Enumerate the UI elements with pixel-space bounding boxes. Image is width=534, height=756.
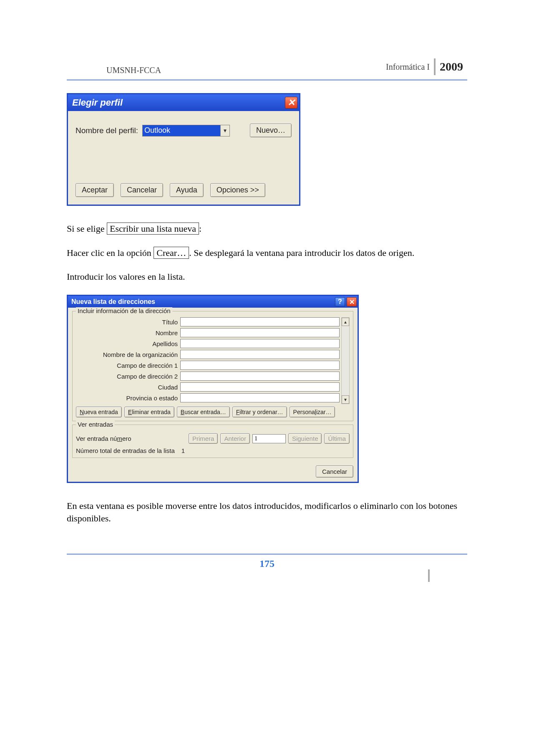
scroll-up-icon[interactable]: ▲ — [342, 318, 349, 326]
view-entries-group: Ver entradas Ver entrada número Primera … — [72, 425, 353, 458]
last-entry-button[interactable]: Última — [324, 433, 350, 444]
field-input-0[interactable] — [180, 317, 340, 326]
customize-button[interactable]: Personalizar… — [290, 407, 335, 417]
form-row: Campo de dirección 1 — [76, 361, 340, 370]
field-label: Provincia o estado — [76, 394, 180, 402]
boxed-escribir-lista: Escribir una lista nueva — [107, 223, 199, 235]
doc-header: UMSNH-FCCA Informática I 2009 — [67, 58, 467, 78]
help-button[interactable]: Ayuda — [170, 183, 204, 197]
address-info-group: Incluir información de la dirección Títu… — [72, 311, 353, 421]
cancel-button[interactable]: Cancelar — [316, 465, 353, 478]
field-input-2[interactable] — [180, 339, 340, 348]
delete-entry-button[interactable]: Eliminar entrada — [124, 407, 174, 417]
field-label: Ciudad — [76, 384, 180, 391]
total-entries-value: 1 — [181, 447, 185, 454]
field-input-4[interactable] — [180, 361, 340, 370]
form-row: Ciudad — [76, 382, 340, 392]
form-row: Título — [76, 317, 340, 326]
field-label: Título — [76, 319, 180, 326]
field-label: Campo de dirección 1 — [76, 362, 180, 369]
titlebar: Elegir perfil ✕ — [68, 94, 299, 111]
first-entry-button[interactable]: Primera — [189, 433, 218, 444]
search-entry-button[interactable]: Buscar entrada… — [177, 407, 230, 417]
header-rule — [67, 79, 467, 81]
new-profile-button[interactable]: Nuevo… — [250, 124, 292, 137]
boxed-crear: Crear… — [154, 247, 189, 259]
entry-number-input[interactable] — [252, 434, 286, 443]
next-entry-button[interactable]: Siguiente — [288, 433, 322, 444]
dialog-title: Elegir perfil — [72, 97, 123, 108]
header-year: 2009 — [434, 58, 467, 75]
field-input-7[interactable] — [180, 393, 340, 402]
form-row: Nombre — [76, 328, 340, 337]
close-icon[interactable]: ✕ — [347, 297, 357, 306]
profile-combo-value: Outlook — [143, 125, 220, 136]
header-right: Informática I 2009 — [386, 58, 467, 75]
field-input-1[interactable] — [180, 328, 340, 337]
filter-sort-button[interactable]: Filtrar y ordenar… — [232, 407, 287, 417]
field-label: Nombre de la organización — [76, 351, 180, 358]
field-input-5[interactable] — [180, 372, 340, 381]
field-label: Nombre — [76, 329, 180, 336]
body-para-3: Introducir los valores en la lista. — [67, 271, 467, 283]
chevron-down-icon[interactable]: ▼ — [220, 125, 229, 136]
form-row: Nombre de la organización — [76, 350, 340, 359]
header-left: UMSNH-FCCA — [67, 66, 161, 75]
group-legend: Ver entradas — [76, 421, 115, 428]
total-entries-label: Número total de entradas de la lista — [76, 447, 175, 454]
field-label: Apellidos — [76, 340, 180, 347]
body-para-4: En esta ventana es posible moverse entre… — [67, 500, 467, 524]
dialog-title: Nueva lista de direcciones — [71, 298, 155, 306]
view-entry-number-label: Ver entrada número — [76, 435, 131, 442]
form-row: Provincia o estado — [76, 393, 340, 402]
body-para-1: Si se elige Escribir una lista nueva: — [67, 223, 467, 235]
new-address-list-dialog: Nueva lista de direcciones ? ✕ Incluir i… — [67, 295, 359, 483]
ok-button[interactable]: Aceptar — [76, 183, 114, 197]
form-row: Campo de dirección 2 — [76, 372, 340, 381]
form-row: Apellidos — [76, 339, 340, 348]
help-icon[interactable]: ? — [335, 297, 345, 306]
header-subject: Informática I — [386, 62, 430, 72]
vertical-scrollbar[interactable]: ▲ ▼ — [341, 317, 350, 404]
field-label: Campo de dirección 2 — [76, 373, 180, 380]
footer-divider — [428, 569, 430, 582]
close-icon[interactable]: ✕ — [285, 97, 297, 109]
new-entry-button[interactable]: Nueva entrada — [76, 407, 122, 417]
choose-profile-dialog: Elegir perfil ✕ Nombre del perfil: Outlo… — [67, 93, 300, 206]
page-number: 175 — [67, 558, 467, 569]
body-para-2: Hacer clic en la opción Crear…. Se despl… — [67, 247, 467, 259]
field-input-6[interactable] — [180, 382, 340, 392]
previous-entry-button[interactable]: Anterior — [220, 433, 250, 444]
options-button[interactable]: Opciones >> — [210, 183, 265, 197]
titlebar: Nueva lista de direcciones ? ✕ — [68, 296, 358, 308]
field-input-3[interactable] — [180, 350, 340, 359]
scroll-down-icon[interactable]: ▼ — [342, 395, 349, 404]
group-legend: Incluir información de la dirección — [76, 307, 172, 314]
footer-rule — [67, 554, 467, 555]
profile-combo[interactable]: Outlook ▼ — [142, 125, 230, 137]
profile-name-label: Nombre del perfil: — [76, 126, 138, 135]
cancel-button[interactable]: Cancelar — [121, 183, 163, 197]
